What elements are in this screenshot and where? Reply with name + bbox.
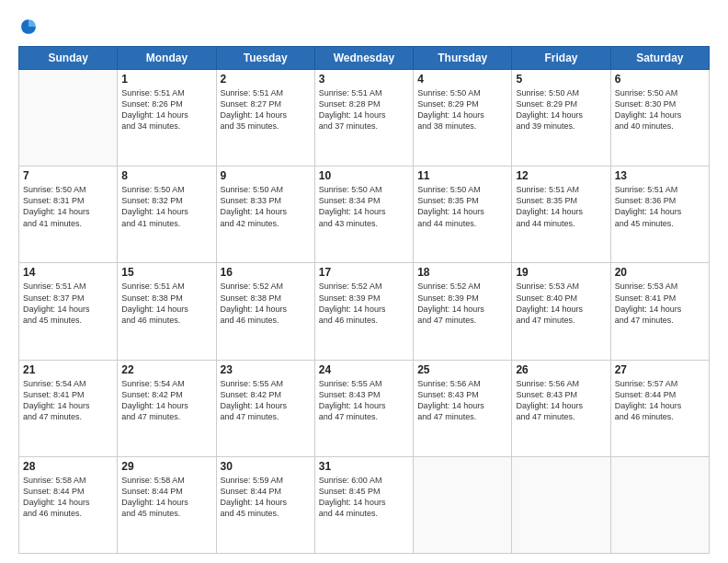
cal-cell: 15Sunrise: 5:51 AM Sunset: 8:38 PM Dayli… xyxy=(118,263,216,360)
cell-info: Sunrise: 5:54 AM Sunset: 8:42 PM Dayligh… xyxy=(121,378,211,423)
cell-info: Sunrise: 5:56 AM Sunset: 8:43 PM Dayligh… xyxy=(516,378,606,423)
day-number: 6 xyxy=(615,73,705,86)
week-row-1: 7Sunrise: 5:50 AM Sunset: 8:31 PM Daylig… xyxy=(19,167,710,263)
cal-cell: 16Sunrise: 5:52 AM Sunset: 8:38 PM Dayli… xyxy=(216,263,314,360)
day-number: 10 xyxy=(319,169,409,182)
day-header-monday: Monday xyxy=(118,47,216,70)
cell-info: Sunrise: 5:59 AM Sunset: 8:44 PM Dayligh… xyxy=(221,475,311,520)
cell-info: Sunrise: 5:51 AM Sunset: 8:37 PM Dayligh… xyxy=(23,281,113,326)
day-number: 21 xyxy=(23,363,113,376)
day-number: 11 xyxy=(417,169,507,182)
cell-info: Sunrise: 5:55 AM Sunset: 8:43 PM Dayligh… xyxy=(319,378,409,423)
cell-info: Sunrise: 5:53 AM Sunset: 8:41 PM Dayligh… xyxy=(615,281,705,326)
cal-cell: 30Sunrise: 5:59 AM Sunset: 8:44 PM Dayli… xyxy=(216,456,314,553)
cell-info: Sunrise: 5:50 AM Sunset: 8:34 PM Dayligh… xyxy=(319,184,409,229)
cell-info: Sunrise: 5:56 AM Sunset: 8:43 PM Dayligh… xyxy=(417,378,507,423)
day-number: 30 xyxy=(221,460,311,473)
day-number: 12 xyxy=(516,169,606,182)
day-header-saturday: Saturday xyxy=(610,47,709,70)
cell-info: Sunrise: 5:58 AM Sunset: 8:44 PM Dayligh… xyxy=(23,475,113,520)
week-row-0: 1Sunrise: 5:51 AM Sunset: 8:26 PM Daylig… xyxy=(19,70,710,167)
cell-info: Sunrise: 5:58 AM Sunset: 8:44 PM Dayligh… xyxy=(121,475,211,520)
cell-info: Sunrise: 5:50 AM Sunset: 8:33 PM Dayligh… xyxy=(221,184,311,229)
cal-cell: 19Sunrise: 5:53 AM Sunset: 8:40 PM Dayli… xyxy=(512,263,610,360)
day-number: 19 xyxy=(516,266,606,279)
cal-cell: 5Sunrise: 5:50 AM Sunset: 8:29 PM Daylig… xyxy=(512,70,610,167)
cell-info: Sunrise: 5:52 AM Sunset: 8:38 PM Dayligh… xyxy=(221,281,311,326)
cell-info: Sunrise: 5:50 AM Sunset: 8:29 PM Dayligh… xyxy=(417,87,507,132)
cal-cell: 28Sunrise: 5:58 AM Sunset: 8:44 PM Dayli… xyxy=(19,456,118,553)
day-number: 17 xyxy=(319,266,409,279)
calendar-table: SundayMondayTuesdayWednesdayThursdayFrid… xyxy=(18,46,710,554)
cal-cell: 2Sunrise: 5:51 AM Sunset: 8:27 PM Daylig… xyxy=(216,70,314,167)
day-number: 15 xyxy=(121,266,211,279)
cal-cell: 10Sunrise: 5:50 AM Sunset: 8:34 PM Dayli… xyxy=(314,167,413,263)
cal-cell: 25Sunrise: 5:56 AM Sunset: 8:43 PM Dayli… xyxy=(414,360,512,456)
day-header-wednesday: Wednesday xyxy=(314,47,413,70)
cal-cell: 27Sunrise: 5:57 AM Sunset: 8:44 PM Dayli… xyxy=(610,360,709,456)
day-number: 18 xyxy=(417,266,507,279)
cal-cell: 26Sunrise: 5:56 AM Sunset: 8:43 PM Dayli… xyxy=(512,360,610,456)
cell-info: Sunrise: 5:50 AM Sunset: 8:31 PM Dayligh… xyxy=(23,184,113,229)
day-number: 7 xyxy=(23,169,113,182)
cell-info: Sunrise: 5:55 AM Sunset: 8:42 PM Dayligh… xyxy=(221,378,311,423)
cell-info: Sunrise: 5:50 AM Sunset: 8:35 PM Dayligh… xyxy=(417,184,507,229)
week-row-3: 21Sunrise: 5:54 AM Sunset: 8:41 PM Dayli… xyxy=(19,360,710,456)
day-number: 22 xyxy=(121,363,211,376)
day-number: 16 xyxy=(221,266,311,279)
cell-info: Sunrise: 5:50 AM Sunset: 8:32 PM Dayligh… xyxy=(121,184,211,229)
day-number: 3 xyxy=(319,73,409,86)
week-row-4: 28Sunrise: 5:58 AM Sunset: 8:44 PM Dayli… xyxy=(19,456,710,553)
cal-cell xyxy=(414,456,512,553)
day-number: 31 xyxy=(319,460,409,473)
cal-cell: 8Sunrise: 5:50 AM Sunset: 8:32 PM Daylig… xyxy=(118,167,216,263)
day-number: 2 xyxy=(221,73,311,86)
cell-info: Sunrise: 5:50 AM Sunset: 8:29 PM Dayligh… xyxy=(516,87,606,132)
cal-cell xyxy=(19,70,118,167)
cell-info: Sunrise: 5:53 AM Sunset: 8:40 PM Dayligh… xyxy=(516,281,606,326)
cal-cell: 17Sunrise: 5:52 AM Sunset: 8:39 PM Dayli… xyxy=(314,263,413,360)
cal-cell: 11Sunrise: 5:50 AM Sunset: 8:35 PM Dayli… xyxy=(414,167,512,263)
cal-cell: 12Sunrise: 5:51 AM Sunset: 8:35 PM Dayli… xyxy=(512,167,610,263)
cell-info: Sunrise: 5:50 AM Sunset: 8:30 PM Dayligh… xyxy=(615,87,705,132)
cell-info: Sunrise: 5:51 AM Sunset: 8:27 PM Dayligh… xyxy=(221,87,311,132)
cell-info: Sunrise: 5:54 AM Sunset: 8:41 PM Dayligh… xyxy=(23,378,113,423)
cell-info: Sunrise: 5:51 AM Sunset: 8:26 PM Dayligh… xyxy=(121,87,211,132)
day-number: 4 xyxy=(417,73,507,86)
cal-cell: 21Sunrise: 5:54 AM Sunset: 8:41 PM Dayli… xyxy=(19,360,118,456)
cal-cell: 1Sunrise: 5:51 AM Sunset: 8:26 PM Daylig… xyxy=(118,70,216,167)
day-number: 27 xyxy=(615,363,705,376)
cell-info: Sunrise: 6:00 AM Sunset: 8:45 PM Dayligh… xyxy=(319,475,409,520)
page: SundayMondayTuesdayWednesdayThursdayFrid… xyxy=(0,0,728,563)
day-number: 25 xyxy=(417,363,507,376)
day-header-thursday: Thursday xyxy=(414,47,512,70)
cell-info: Sunrise: 5:52 AM Sunset: 8:39 PM Dayligh… xyxy=(319,281,409,326)
cal-cell: 22Sunrise: 5:54 AM Sunset: 8:42 PM Dayli… xyxy=(118,360,216,456)
cal-cell: 18Sunrise: 5:52 AM Sunset: 8:39 PM Dayli… xyxy=(414,263,512,360)
cell-info: Sunrise: 5:51 AM Sunset: 8:35 PM Dayligh… xyxy=(516,184,606,229)
cal-cell: 29Sunrise: 5:58 AM Sunset: 8:44 PM Dayli… xyxy=(118,456,216,553)
day-header-row: SundayMondayTuesdayWednesdayThursdayFrid… xyxy=(19,47,710,70)
day-number: 20 xyxy=(615,266,705,279)
day-header-sunday: Sunday xyxy=(19,47,118,70)
cal-cell: 23Sunrise: 5:55 AM Sunset: 8:42 PM Dayli… xyxy=(216,360,314,456)
day-number: 9 xyxy=(221,169,311,182)
cal-cell: 6Sunrise: 5:50 AM Sunset: 8:30 PM Daylig… xyxy=(610,70,709,167)
cell-info: Sunrise: 5:51 AM Sunset: 8:36 PM Dayligh… xyxy=(615,184,705,229)
cell-info: Sunrise: 5:52 AM Sunset: 8:39 PM Dayligh… xyxy=(417,281,507,326)
day-number: 14 xyxy=(23,266,113,279)
cal-cell: 3Sunrise: 5:51 AM Sunset: 8:28 PM Daylig… xyxy=(314,70,413,167)
day-header-friday: Friday xyxy=(512,47,610,70)
cal-cell xyxy=(512,456,610,553)
cal-cell: 13Sunrise: 5:51 AM Sunset: 8:36 PM Dayli… xyxy=(610,167,709,263)
day-number: 5 xyxy=(516,73,606,86)
day-number: 29 xyxy=(121,460,211,473)
day-number: 23 xyxy=(221,363,311,376)
cell-info: Sunrise: 5:51 AM Sunset: 8:38 PM Dayligh… xyxy=(121,281,211,326)
cal-cell: 24Sunrise: 5:55 AM Sunset: 8:43 PM Dayli… xyxy=(314,360,413,456)
cal-cell: 7Sunrise: 5:50 AM Sunset: 8:31 PM Daylig… xyxy=(19,167,118,263)
cell-info: Sunrise: 5:57 AM Sunset: 8:44 PM Dayligh… xyxy=(615,378,705,423)
day-number: 26 xyxy=(516,363,606,376)
cal-cell: 14Sunrise: 5:51 AM Sunset: 8:37 PM Dayli… xyxy=(19,263,118,360)
header xyxy=(18,17,710,37)
